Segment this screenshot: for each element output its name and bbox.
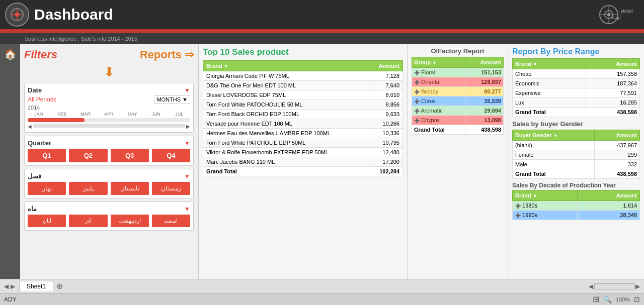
gender-amount-header: Amount [595,130,640,141]
esfand-button[interactable]: اسفند [152,215,190,227]
azar-button[interactable]: آذر [69,215,107,227]
home-icon[interactable]: 🏠 [0,44,20,279]
table-row: Viktor & Rolfe Flowerbomb EXTREME EDP 50… [203,148,403,157]
brand-logo: yidoal لودیا [599,5,639,25]
grand-total-row: Grand Total438,598 [513,169,640,179]
table-row: Diesel LOVERDOSE EDP 75ML8,010 [203,90,403,100]
table-row: Versace pour Homme EDT 100 ML10,266 [203,119,403,129]
svg-text:yidoal: yidoal [621,9,633,14]
price-brand-header: Brand ▼ [513,59,586,69]
quarter-filter-label: Quarter [28,139,51,147]
quarter-filter-icon[interactable]: ▼ [184,140,190,147]
scroll-bar-left[interactable]: ◀ [589,283,593,290]
subtitle-bar: business intelligence , Sale's info 2014… [0,33,644,44]
olfactory-group-header: Group ▼ [412,57,465,68]
grand-total-row: Grand Total438,598 [412,125,504,135]
scroll-left-icon[interactable]: ◀ [4,283,9,290]
reports-arrow: ⇒ [185,48,194,61]
gender-title: Sales by buyer Gender [512,120,640,128]
quarter-filter-section: Quarter ▼ Q1 Q2 Q3 Q4 [24,136,194,166]
table-row: ➕ Floral151,153 [412,68,504,77]
date-period-value: All Periods [28,96,56,103]
table-row: Male332 [513,160,640,169]
status-bar: ADY ⊞ 🔍 100% ⊡ [0,293,644,305]
sidebar: Filters Reports ⇒ ⬇ Date ▼ All Periods M… [20,44,199,279]
filters-title: Filters [24,48,57,61]
period-type-select[interactable]: MONTHS ▼ [154,95,190,104]
year-label: 2014 [28,105,190,111]
zoom-icon[interactable]: 🔍 [603,295,612,303]
svg-text:لودیا: لودیا [612,15,621,20]
month-filter-icon[interactable]: ▼ [184,206,190,213]
olfactory-title: OlFactory Report [412,47,504,55]
date-filter-icon[interactable]: ▼ [184,87,190,94]
q2-button[interactable]: Q2 [69,149,107,162]
table-row: Tom Ford White PATOCHOULIE 50 ML8,856 [203,100,403,110]
olfactory-amount-header: Amount [465,57,503,68]
month-jun: JUN [145,112,167,117]
table-row: Marc Jacobs BANG 110 ML17,200 [203,157,403,167]
scroll-right-icon[interactable]: ▶ [11,283,15,290]
season-filter-section: فصل ▼ بهار پاییز تابستان زمستان [24,169,194,198]
season-filter-icon[interactable]: ▼ [184,173,190,180]
q4-button[interactable]: Q4 [152,149,190,162]
ordibehesht-button[interactable]: اردیبهشت [111,215,149,227]
table-row: Female299 [513,150,640,160]
table-row: ➕ Chypre13,098 [412,116,504,125]
table-row: Economic187,364 [513,79,640,88]
red-accent-bar [0,29,644,33]
app-title: Dashboard [34,6,113,23]
grand-total-row: Grand Total438,598 [513,108,640,117]
month-jan: JAN [28,112,50,117]
table-row: Lux16,285 [513,98,640,108]
aban-button[interactable]: آبان [28,215,66,227]
reports-title: Reports [140,48,182,61]
table-row: ➕ Oriental128,837 [412,77,504,87]
status-text: ADY [4,296,17,303]
table-row: D&G The One For Men EDT 100 ML7,640 [203,81,403,90]
gender-buyer-header: Buyer Gender ▼ [513,130,595,141]
fall-button[interactable]: پاییز [69,182,107,195]
summer-button[interactable]: تابستان [111,182,149,195]
subtitle-text: business intelligence , Sale's info 2014… [25,36,137,42]
spring-button[interactable]: بهار [28,182,66,195]
fullscreen-icon[interactable]: ⊡ [634,295,640,303]
slider-right-arrow[interactable]: ▶ [186,124,190,129]
decade-amount-header: Amount [578,190,640,201]
add-sheet-button[interactable]: ⊕ [56,281,63,291]
decade-brand-header: Brand ▼ [513,190,578,201]
winter-button[interactable]: زمستان [152,182,190,195]
table-row: ➕ Citrus35,539 [412,96,504,106]
top10-panel: Top 10 Sales product Brand ▼ Amount Gior… [199,44,408,279]
q1-button[interactable]: Q1 [28,149,66,162]
month-mar: MAR [74,112,97,117]
month-feb: FEB [51,112,73,117]
zoom-level: 100% [616,296,630,302]
table-row: Tom Ford Black ORCHID EDP 100ML9,633 [203,110,403,119]
olfactory-table: Group ▼ Amount ➕ Floral151,153➕ Oriental… [412,57,504,135]
decade-table: Brand ▼ Amount ➕ 1980s1,614➕ 1990s28,348 [512,190,640,220]
top10-table: Brand ▼ Amount Giorgia Armani Code P.F W… [203,60,403,176]
month-filter-section: ماه ▼ آبان آذر اردیبهشت اسفند [24,201,194,231]
top10-brand-header: Brand ▼ [203,61,368,71]
price-range-title: Report By Price Range [512,47,640,56]
sheet1-tab[interactable]: Sheet1 [19,281,53,291]
scroll-bar-right[interactable]: ▶ [635,283,640,290]
table-row: Giorgia Armani Code P.F W 75ML7,128 [203,71,403,81]
slider-left-arrow[interactable]: ◀ [28,124,32,129]
table-row: ➕ Aromatic29,694 [412,106,504,116]
scroll-thumb[interactable] [594,283,634,289]
table-row: ➕ Woody80,277 [412,87,504,96]
month-apr: APR [98,112,120,117]
olfactory-panel: OlFactory Report Group ▼ Amount ➕ Floral… [408,44,508,279]
q3-button[interactable]: Q3 [111,149,149,162]
grid-view-icon[interactable]: ⊞ [593,294,599,304]
month-jul: JUL [168,112,190,117]
table-row: Expensive77,591 [513,88,640,98]
table-row: ➕ 1990s28,348 [513,211,640,220]
table-row: Cheap157,358 [513,69,640,79]
price-range-table: Brand ▼ Amount Cheap157,358Economic187,3… [512,58,640,117]
table-row: Hermes Eau des Merveilles L AMBRE EDP 10… [203,129,403,138]
top10-amount-header: Amount [368,61,403,71]
month-filter-label: ماه [28,205,37,213]
